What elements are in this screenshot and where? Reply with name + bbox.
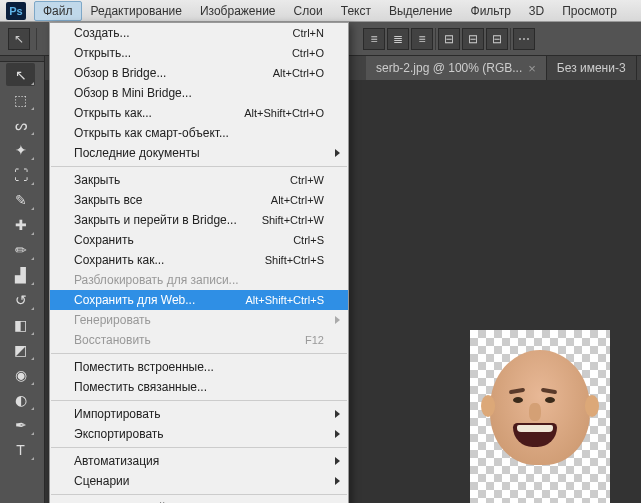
flyout-indicator-icon [31, 357, 34, 360]
menu-файл[interactable]: Файл [34, 1, 82, 21]
distribute-middle-icon[interactable]: ⊟ [462, 28, 484, 50]
menu-изображение[interactable]: Изображение [191, 1, 285, 21]
menu-item-label: Последние документы [74, 146, 324, 160]
menu-выделение[interactable]: Выделение [380, 1, 462, 21]
menu-item[interactable]: Обзор в Mini Bridge... [50, 83, 348, 103]
menu-item-label: Сохранить как... [74, 253, 265, 267]
menu-item-label: Открыть как... [74, 106, 244, 120]
menu-item-label: Закрыть и перейти в Bridge... [74, 213, 262, 227]
submenu-arrow-icon [335, 410, 340, 418]
menu-item[interactable]: Сохранить для Web...Alt+Shift+Ctrl+S [50, 290, 348, 310]
menu-item[interactable]: Поместить связанные... [50, 377, 348, 397]
menu-item-label: Сохранить [74, 233, 293, 247]
file-menu-dropdown: Создать...Ctrl+NОткрыть...Ctrl+OОбзор в … [49, 22, 349, 503]
gradient-tool-icon[interactable]: ◩ [6, 338, 35, 361]
menu-item-shortcut: Alt+Ctrl+W [271, 194, 324, 206]
menu-item[interactable]: Обзор в Bridge...Alt+Ctrl+O [50, 63, 348, 83]
blur-tool-icon[interactable]: ◉ [6, 363, 35, 386]
menu-item[interactable]: Сценарии [50, 471, 348, 491]
menu-3d[interactable]: 3D [520, 1, 553, 21]
menu-item-shortcut: Alt+Shift+Ctrl+S [245, 294, 324, 306]
document-tab[interactable]: Без имени-3 [547, 56, 637, 80]
menu-item-label: Сохранить для Web... [74, 293, 245, 307]
lasso-tool-icon[interactable]: ᔕ [6, 113, 35, 136]
menu-item[interactable]: Создать...Ctrl+N [50, 23, 348, 43]
menu-item-label: Открыть... [74, 46, 292, 60]
align-center-icon[interactable]: ≣ [387, 28, 409, 50]
menu-item[interactable]: Закрыть всеAlt+Ctrl+W [50, 190, 348, 210]
move-tool-indicator-icon[interactable]: ↖ [8, 28, 30, 50]
submenu-arrow-icon [335, 149, 340, 157]
menu-item-label: Сценарии [74, 474, 324, 488]
menu-item-label: Восстановить [74, 333, 305, 347]
document-image[interactable] [470, 330, 610, 503]
menu-item-label: Поместить связанные... [74, 380, 324, 394]
menu-item-label: Закрыть все [74, 193, 271, 207]
align-left-icon[interactable]: ≡ [363, 28, 385, 50]
brush-tool-icon[interactable]: ✏ [6, 238, 35, 261]
menu-item[interactable]: ЗакрытьCtrl+W [50, 170, 348, 190]
menu-item[interactable]: Автоматизация [50, 451, 348, 471]
flyout-indicator-icon [31, 232, 34, 235]
menu-item-label: Закрыть [74, 173, 290, 187]
flyout-indicator-icon [31, 82, 34, 85]
distribute-top-icon[interactable]: ⊟ [438, 28, 460, 50]
menu-separator [51, 494, 347, 495]
flyout-indicator-icon [31, 432, 34, 435]
type-tool-icon[interactable]: T [6, 438, 35, 461]
menu-separator [51, 400, 347, 401]
flyout-indicator-icon [31, 282, 34, 285]
align-right-icon[interactable]: ≡ [411, 28, 433, 50]
menu-item-label: Обзор в Bridge... [74, 66, 273, 80]
menu-item-label: Экспортировать [74, 427, 324, 441]
flyout-indicator-icon [31, 382, 34, 385]
menu-текст[interactable]: Текст [332, 1, 380, 21]
flyout-indicator-icon [31, 157, 34, 160]
menu-item-shortcut: Ctrl+O [292, 47, 324, 59]
menu-item[interactable]: Сохранить как...Shift+Ctrl+S [50, 250, 348, 270]
flyout-indicator-icon [31, 182, 34, 185]
menu-item[interactable]: Последние документы [50, 143, 348, 163]
magic-wand-tool-icon[interactable]: ✦ [6, 138, 35, 161]
menu-item[interactable]: СохранитьCtrl+S [50, 230, 348, 250]
image-content [485, 345, 595, 475]
menu-item: Генерировать [50, 310, 348, 330]
eraser-tool-icon[interactable]: ◧ [6, 313, 35, 336]
menu-item-shortcut: Ctrl+S [293, 234, 324, 246]
menu-item[interactable]: Поместить встроенные... [50, 357, 348, 377]
tab-label: serb-2.jpg @ 100% (RGB... [376, 61, 522, 75]
history-brush-tool-icon[interactable]: ↺ [6, 288, 35, 311]
menu-редактирование[interactable]: Редактирование [82, 1, 191, 21]
menu-item: Разблокировать для записи... [50, 270, 348, 290]
menu-item-shortcut: Shift+Ctrl+W [262, 214, 324, 226]
eyedropper-tool-icon[interactable]: ✎ [6, 188, 35, 211]
tab-label: Без имени-3 [557, 61, 626, 75]
healing-tool-icon[interactable]: ✚ [6, 213, 35, 236]
close-icon[interactable]: × [528, 62, 536, 75]
more-options-icon[interactable]: ⋯ [513, 28, 535, 50]
menu-item[interactable]: Закрыть и перейти в Bridge...Shift+Ctrl+… [50, 210, 348, 230]
divider [435, 28, 436, 50]
marquee-tool-icon[interactable]: ⬚ [6, 88, 35, 111]
dodge-tool-icon[interactable]: ◐ [6, 388, 35, 411]
menu-просмотр[interactable]: Просмотр [553, 1, 626, 21]
distribute-bottom-icon[interactable]: ⊟ [486, 28, 508, 50]
menu-item[interactable]: Открыть как...Alt+Shift+Ctrl+O [50, 103, 348, 123]
menu-item[interactable]: Открыть как смарт-объект... [50, 123, 348, 143]
pen-tool-icon[interactable]: ✒ [6, 413, 35, 436]
menu-item[interactable]: Экспортировать [50, 424, 348, 444]
menu-item[interactable]: Импортировать [50, 404, 348, 424]
stamp-tool-icon[interactable]: ▟ [6, 263, 35, 286]
move-tool-icon[interactable]: ↖ [6, 63, 35, 86]
menu-фильтр[interactable]: Фильтр [462, 1, 520, 21]
menu-слои[interactable]: Слои [285, 1, 332, 21]
submenu-arrow-icon [335, 457, 340, 465]
menu-item[interactable]: Сведения о файле...Alt+Shift+Ctrl+I [50, 498, 348, 503]
app-logo: Ps [6, 2, 26, 20]
document-tab[interactable]: serb-2.jpg @ 100% (RGB... × [366, 56, 547, 80]
flyout-indicator-icon [31, 132, 34, 135]
menu-item-label: Импортировать [74, 407, 324, 421]
menu-item: ВосстановитьF12 [50, 330, 348, 350]
menu-item[interactable]: Открыть...Ctrl+O [50, 43, 348, 63]
crop-tool-icon[interactable]: ⛶ [6, 163, 35, 186]
